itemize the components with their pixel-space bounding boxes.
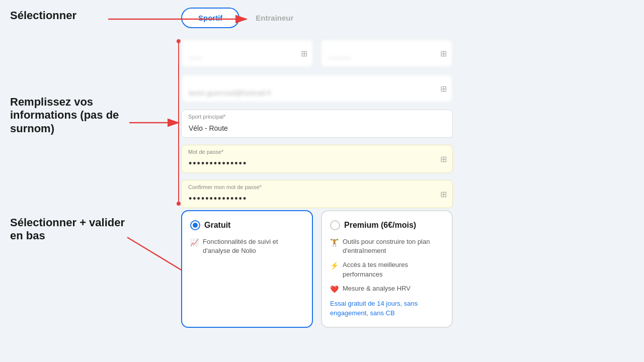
premium-radio[interactable] bbox=[330, 220, 340, 230]
plan-premium[interactable]: Premium (6€/mois) 🏋️ Outils pour constru… bbox=[321, 210, 453, 328]
password-icon: ⊞ bbox=[440, 154, 447, 164]
prenom-group: Prénom* ⊞ bbox=[181, 39, 313, 67]
gratuit-feature-text: Fonctionnalités de suivi et d'analyse de… bbox=[203, 237, 304, 255]
tab-sportif[interactable]: Sportif bbox=[181, 8, 239, 28]
courriel-group: Courriel* ⊞ bbox=[181, 74, 453, 103]
password-label: Mot de passe* bbox=[188, 149, 223, 155]
premium-feature-2: ⚡ Accès à tes meilleures performances bbox=[330, 260, 444, 279]
nom-icon: ⊞ bbox=[440, 49, 447, 58]
gratuit-radio[interactable] bbox=[190, 220, 200, 230]
plan-row: Gratuit 📈 Fonctionnalités de suivi et d'… bbox=[181, 210, 453, 328]
premium-header: Premium (6€/mois) bbox=[330, 220, 444, 230]
premium-feature-text-3: Mesure & analyse HRV bbox=[343, 284, 411, 293]
premium-trial[interactable]: Essai gratuit de 14 jours, sans engageme… bbox=[330, 299, 444, 317]
gratuit-feature-icon: 📈 bbox=[190, 238, 199, 248]
premium-feature-text-2: Accès à tes meilleures performances bbox=[343, 260, 444, 279]
prenom-icon: ⊞ bbox=[301, 49, 307, 58]
form-fields: Prénom* ⊞ Nom* ⊞ Courriel* ⊞ Sport princ… bbox=[181, 39, 453, 208]
premium-feature-1: 🏋️ Outils pour construire ton plan d'ent… bbox=[330, 237, 444, 255]
annotation-selectionner-valider: Sélectionner + valider en bas bbox=[10, 216, 125, 242]
name-row: Prénom* ⊞ Nom* ⊞ bbox=[181, 39, 453, 67]
gratuit-name: Gratuit bbox=[204, 221, 230, 230]
courriel-input[interactable] bbox=[181, 74, 453, 103]
premium-feature-text-1: Outils pour construire ton plan d'entraî… bbox=[343, 237, 444, 255]
premium-name: Premium (6€/mois) bbox=[344, 221, 416, 230]
premium-feature-icon-2: ⚡ bbox=[330, 261, 339, 271]
nom-input[interactable] bbox=[320, 39, 453, 67]
premium-feature-icon-3: ❤️ bbox=[330, 285, 339, 295]
gratuit-feature-1: 📈 Fonctionnalités de suivi et d'analyse … bbox=[190, 237, 304, 255]
annotation-selectionner: Sélectionner bbox=[10, 9, 76, 22]
confirm-password-group: Confirmer mon mot de passe* ⊞ bbox=[181, 180, 453, 208]
plan-gratuit[interactable]: Gratuit 📈 Fonctionnalités de suivi et d'… bbox=[181, 210, 313, 328]
annotation-remplissez: Remplissez vos informations (pas de surn… bbox=[10, 96, 119, 135]
prenom-input[interactable] bbox=[181, 39, 313, 67]
tab-entraineur[interactable]: Entraineur bbox=[239, 9, 309, 27]
gratuit-header: Gratuit bbox=[190, 220, 304, 230]
sport-group: Sport principal* bbox=[181, 110, 453, 138]
premium-feature-icon-1: 🏋️ bbox=[330, 238, 339, 248]
confirm-icon: ⊞ bbox=[440, 190, 447, 199]
courriel-icon: ⊞ bbox=[440, 84, 447, 94]
confirm-label: Confirmer mon mot de passe* bbox=[188, 184, 262, 190]
tab-row: Sportif Entraineur bbox=[181, 8, 309, 28]
premium-feature-3: ❤️ Mesure & analyse HRV bbox=[330, 284, 444, 295]
password-group: Mot de passe* ⊞ bbox=[181, 145, 453, 173]
nom-group: Nom* ⊞ bbox=[320, 39, 453, 67]
sport-label: Sport principal* bbox=[188, 114, 226, 120]
